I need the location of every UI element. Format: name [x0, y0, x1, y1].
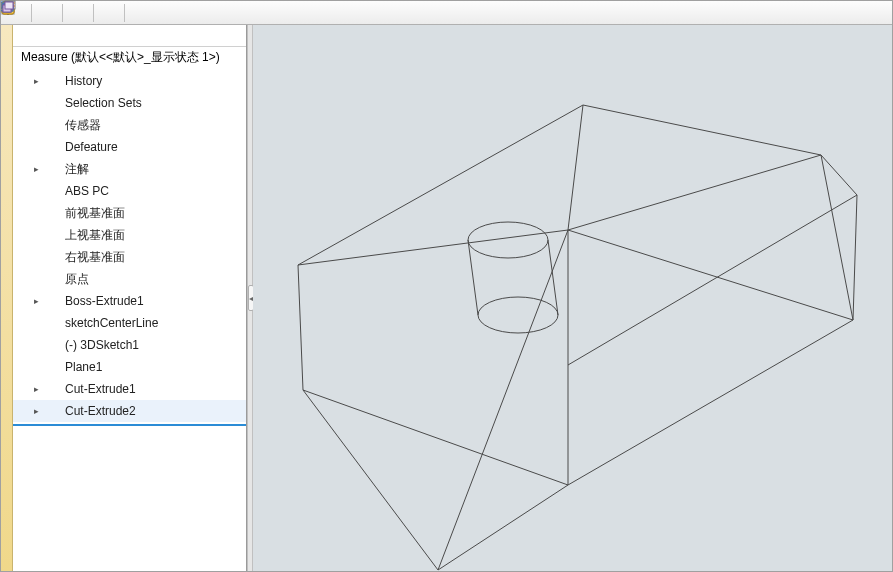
history-icon: [43, 73, 61, 89]
tab-display-manager[interactable]: [127, 2, 153, 24]
tree-item-label: Cut-Extrude1: [65, 382, 136, 396]
tree-item-label: sketchCenterLine: [65, 316, 158, 330]
tree-item-label: Plane1: [65, 360, 102, 374]
tree-item[interactable]: ▸Boss-Extrude1: [13, 290, 246, 312]
tree-item[interactable]: ▸A注解: [13, 158, 246, 180]
filter-row: [13, 25, 246, 47]
tree-item-label: Defeature: [65, 140, 118, 154]
plane-icon: [43, 359, 61, 375]
defeature-icon: [43, 139, 61, 155]
tree-item[interactable]: 前视基准面: [13, 202, 246, 224]
feature-tree-panel: Measure (默认<<默认>_显示状态 1>) ▸HistorySelect…: [13, 25, 247, 571]
svg-point-36: [468, 222, 548, 258]
tree-item[interactable]: ▸History: [13, 70, 246, 92]
sketch-icon: [43, 315, 61, 331]
cut-icon: [43, 381, 61, 397]
origin-icon: [43, 271, 61, 287]
extrude-icon: [43, 293, 61, 309]
tree-item[interactable]: ▸Cut-Extrude1: [13, 378, 246, 400]
cut-icon: [43, 403, 61, 419]
tree-item-label: 注解: [65, 161, 89, 178]
feature-tree[interactable]: ▸HistorySelection Sets传感器Defeature▸A注解AB…: [13, 68, 246, 571]
expand-toggle-icon[interactable]: ▸: [31, 296, 41, 306]
tab-property-manager[interactable]: [34, 2, 60, 24]
expand-toggle-icon[interactable]: ▸: [31, 384, 41, 394]
tree-item-label: Boss-Extrude1: [65, 294, 144, 308]
tree-end-bar: [13, 424, 246, 426]
tree-item[interactable]: Selection Sets: [13, 92, 246, 114]
tab-configuration-manager[interactable]: [65, 2, 91, 24]
sets-icon: [43, 95, 61, 111]
3dsketch-icon: 3D: [43, 337, 61, 353]
expand-toggle-icon[interactable]: ▸: [31, 76, 41, 86]
graphics-viewport[interactable]: [253, 25, 892, 571]
sensor-icon: [43, 117, 61, 133]
tab-dimxpert-manager[interactable]: [96, 2, 122, 24]
tree-item[interactable]: 原点: [13, 268, 246, 290]
left-task-pane-gutter[interactable]: [1, 25, 13, 571]
expand-toggle-icon[interactable]: ▸: [31, 406, 41, 416]
annotation-icon: A: [43, 161, 61, 177]
tree-item[interactable]: 右视基准面: [13, 246, 246, 268]
tree-item-label: ABS PC: [65, 184, 109, 198]
tree-item-label: 原点: [65, 271, 89, 288]
model-wireframe-icon: [253, 25, 892, 571]
expand-toggle-icon[interactable]: ▸: [31, 164, 41, 174]
filter-icon[interactable]: [17, 28, 35, 44]
tree-item[interactable]: ▸Cut-Extrude2: [13, 400, 246, 422]
svg-point-37: [478, 297, 558, 333]
panel-tab-bar: [1, 1, 892, 25]
tree-item-label: 传感器: [65, 117, 101, 134]
tree-item[interactable]: sketchCenterLine: [13, 312, 246, 334]
tree-item[interactable]: 传感器: [13, 114, 246, 136]
material-icon: [43, 183, 61, 199]
tree-item-label: (-) 3DSketch1: [65, 338, 139, 352]
tree-item-label: History: [65, 74, 102, 88]
tree-item-label: 上视基准面: [65, 227, 125, 244]
tree-item-label: Selection Sets: [65, 96, 142, 110]
main-area: Measure (默认<<默认>_显示状态 1>) ▸HistorySelect…: [1, 25, 892, 571]
tree-item-label: 右视基准面: [65, 249, 125, 266]
tree-item[interactable]: 3D(-) 3DSketch1: [13, 334, 246, 356]
tree-item[interactable]: Plane1: [13, 356, 246, 378]
plane-icon: [43, 227, 61, 243]
tree-item[interactable]: 上视基准面: [13, 224, 246, 246]
tree-item-label: 前视基准面: [65, 205, 125, 222]
part-header-row[interactable]: Measure (默认<<默认>_显示状态 1>): [13, 47, 246, 68]
part-header-label: Measure (默认<<默认>_显示状态 1>): [21, 49, 220, 66]
tree-item-label: Cut-Extrude2: [65, 404, 136, 418]
tree-item[interactable]: Defeature: [13, 136, 246, 158]
plane-icon: [43, 249, 61, 265]
plane-icon: [43, 205, 61, 221]
tree-item[interactable]: ABS PC: [13, 180, 246, 202]
